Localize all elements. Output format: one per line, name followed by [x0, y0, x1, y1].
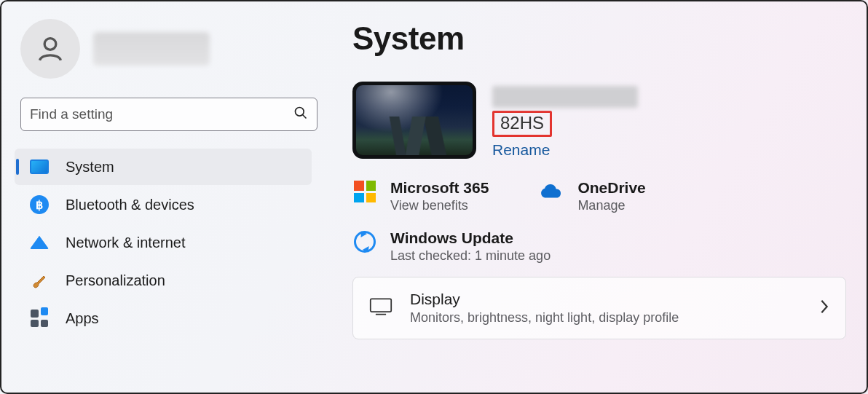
- device-thumbnail: [352, 82, 476, 159]
- sidebar-item-label: System: [66, 159, 114, 176]
- onedrive-icon: [540, 179, 564, 204]
- device-info-row: 82HS Rename: [352, 82, 846, 159]
- avatar: [20, 19, 80, 79]
- device-name-redacted: [492, 86, 638, 108]
- service-windows-update[interactable]: Windows Update Last checked: 1 minute ag…: [352, 229, 551, 264]
- system-icon: [29, 157, 50, 177]
- service-row: Microsoft 365 View benefits OneDrive Man…: [352, 179, 846, 213]
- rename-link[interactable]: Rename: [492, 141, 638, 159]
- settings-card-display[interactable]: Display Monitors, brightness, night ligh…: [352, 277, 846, 339]
- service-title: Windows Update: [390, 229, 551, 247]
- display-icon: [369, 297, 392, 319]
- paintbrush-icon: [29, 270, 50, 291]
- device-model: 82HS: [492, 111, 552, 137]
- svg-rect-3: [371, 299, 391, 312]
- sidebar-item-label: Network & internet: [66, 235, 186, 251]
- account-section[interactable]: [20, 19, 322, 79]
- sidebar-item-system[interactable]: System: [15, 149, 312, 185]
- service-title: Microsoft 365: [390, 179, 489, 197]
- microsoft-365-icon: [352, 179, 377, 204]
- service-subtitle: View benefits: [390, 198, 489, 213]
- search-box[interactable]: [20, 98, 317, 131]
- service-m365[interactable]: Microsoft 365 View benefits: [352, 179, 489, 213]
- sidebar-nav: System ฿ Bluetooth & devices Network & i…: [15, 149, 322, 336]
- update-icon: [352, 229, 377, 254]
- sidebar-item-label: Bluetooth & devices: [66, 197, 194, 213]
- card-subtitle: Monitors, brightness, night light, displ…: [410, 310, 802, 326]
- sidebar-item-apps[interactable]: Apps: [15, 300, 312, 336]
- main-content: System 82HS Rename Microsoft 365 View be…: [322, 1, 867, 393]
- service-subtitle: Last checked: 1 minute ago: [390, 248, 551, 264]
- svg-point-1: [296, 108, 304, 117]
- service-title: OneDrive: [577, 179, 645, 197]
- sidebar-item-label: Personalization: [66, 272, 165, 289]
- search-icon: [293, 106, 308, 123]
- sidebar-item-personalization[interactable]: Personalization: [15, 262, 312, 299]
- search-input[interactable]: [30, 106, 288, 122]
- sidebar-item-network[interactable]: Network & internet: [15, 224, 312, 261]
- chevron-right-icon: [819, 299, 829, 318]
- bluetooth-icon: ฿: [29, 194, 50, 215]
- account-name-redacted: [93, 32, 210, 66]
- service-onedrive[interactable]: OneDrive Manage: [540, 179, 645, 213]
- page-title: System: [352, 20, 846, 57]
- wifi-icon: [29, 232, 50, 253]
- svg-line-2: [303, 115, 307, 119]
- sidebar: System ฿ Bluetooth & devices Network & i…: [1, 1, 322, 393]
- apps-icon: [29, 308, 50, 328]
- service-subtitle: Manage: [577, 198, 645, 213]
- card-title: Display: [410, 291, 802, 308]
- sidebar-item-label: Apps: [66, 310, 99, 327]
- svg-point-0: [44, 39, 56, 50]
- sidebar-item-bluetooth[interactable]: ฿ Bluetooth & devices: [15, 186, 312, 223]
